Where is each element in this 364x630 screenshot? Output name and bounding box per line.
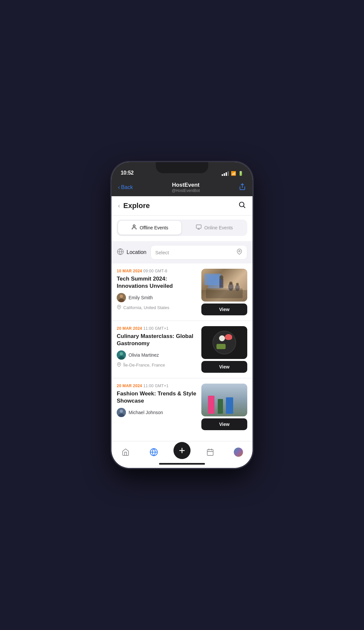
event-host-1: Emily Smith <box>117 293 197 302</box>
tab-calendar[interactable] <box>200 448 220 457</box>
explore-left: ‹ Explore <box>118 201 150 210</box>
event-host-3: Michael Johnson <box>117 408 197 417</box>
home-icon <box>121 448 130 457</box>
explore-header: ‹ Explore <box>111 196 253 216</box>
online-tab-label: Online Events <box>204 225 233 230</box>
battery-icon: 🔋 <box>238 171 243 176</box>
back-button[interactable]: ‹ Back <box>118 184 133 190</box>
location-filter: Location Select <box>111 241 253 263</box>
event-title-2: Culinary Masterclass: Global Gastronomy <box>117 333 197 347</box>
tech-summit-image <box>201 269 247 302</box>
tab-home[interactable] <box>116 448 135 457</box>
event-card-culinary: 20 MAR 2024 11:00 GMT+1 Culinary Masterc… <box>111 321 253 378</box>
explore-icon <box>149 448 158 457</box>
svg-line-2 <box>244 206 245 208</box>
events-list: 10 MAR 2024 09:00 GMT-8 Tech Summit 2024… <box>111 263 253 441</box>
svg-point-25 <box>118 364 120 365</box>
location-label: Location <box>127 249 147 255</box>
globe-icon <box>117 248 124 257</box>
host-name-1: Emily Smith <box>129 295 153 300</box>
view-button-1[interactable]: View <box>201 304 247 315</box>
svg-rect-20 <box>219 279 223 288</box>
event-image-2 <box>201 326 247 359</box>
svg-point-17 <box>229 282 233 285</box>
svg-point-27 <box>120 410 123 413</box>
online-events-tab[interactable]: Online Events <box>183 221 246 235</box>
tab-profile[interactable] <box>229 448 248 457</box>
nav-center: HostEvent @HostEventBot <box>172 182 200 193</box>
event-media-2: View <box>201 326 247 373</box>
svg-point-13 <box>118 306 120 307</box>
view-button-2[interactable]: View <box>201 361 247 373</box>
profile-avatar <box>234 448 243 457</box>
host-name-3: Michael Johnson <box>129 410 163 415</box>
search-icon[interactable] <box>238 201 246 211</box>
explore-back-icon[interactable]: ‹ <box>118 202 120 209</box>
svg-point-9 <box>239 250 240 252</box>
view-button-3[interactable]: View <box>201 418 247 430</box>
event-image-1 <box>201 269 247 302</box>
location-pin-icon <box>236 249 242 256</box>
event-media-1: View <box>201 269 247 315</box>
location-select-text: Select <box>155 250 169 255</box>
event-date-1: 10 MAR 2024 09:00 GMT-8 <box>117 269 197 273</box>
event-date-2: 20 MAR 2024 11:00 GMT+1 <box>117 326 197 331</box>
status-time: 10:52 <box>121 170 133 176</box>
svg-point-21 <box>219 275 223 279</box>
back-label: Back <box>121 184 133 190</box>
svg-rect-14 <box>201 290 247 302</box>
add-button[interactable] <box>173 442 191 459</box>
screen: 10:52 📶 🔋 ‹ Back HostEvent @HostEvent <box>111 162 253 468</box>
status-icons: 📶 🔋 <box>222 171 243 176</box>
explore-title: Explore <box>123 201 150 210</box>
nav-bar: ‹ Back HostEvent @HostEventBot <box>111 178 253 196</box>
monitor-icon <box>196 224 202 231</box>
svg-point-19 <box>236 283 239 285</box>
host-avatar-2 <box>117 350 126 360</box>
event-date-3: 20 MAR 2024 11:00 GMT+1 <box>117 384 197 388</box>
wifi-icon: 📶 <box>231 171 236 176</box>
offline-tab-label: Offline Events <box>140 225 168 230</box>
svg-rect-15 <box>205 274 221 285</box>
person-icon <box>131 224 137 231</box>
signal-icon <box>222 171 229 176</box>
svg-point-11 <box>120 295 123 298</box>
home-indicator <box>159 463 205 465</box>
event-type-toggle: Offline Events Online Events <box>111 216 253 241</box>
phone-frame: 10:52 📶 🔋 ‹ Back HostEvent @HostEvent <box>111 162 253 468</box>
event-host-2: Olivia Martinez <box>117 350 197 360</box>
event-location-1: California, United States <box>117 305 197 310</box>
event-title-1: Tech Summit 2024: Innovations Unveiled <box>117 275 197 290</box>
event-location-text-2: Île-De-France, France <box>123 363 165 368</box>
tab-explore[interactable] <box>144 448 164 457</box>
plate <box>212 331 236 354</box>
svg-rect-4 <box>196 225 201 228</box>
share-button[interactable] <box>239 183 246 192</box>
fashion-image <box>201 384 247 416</box>
calendar-icon <box>206 448 215 457</box>
content-area: ‹ Explore <box>111 196 253 441</box>
location-pin-icon-2 <box>117 362 121 368</box>
location-select[interactable]: Select <box>151 245 248 260</box>
svg-point-3 <box>133 225 135 227</box>
toggle-tabs: Offline Events Online Events <box>117 220 247 236</box>
event-title-3: Fashion Week: Trends & Style Showcase <box>117 390 197 405</box>
event-card-tech-summit: 10 MAR 2024 09:00 GMT-8 Tech Summit 2024… <box>111 263 253 321</box>
culinary-image <box>201 326 247 359</box>
event-card-fashion: 20 MAR 2024 11:00 GMT+1 Fashion Week: Tr… <box>111 378 253 435</box>
location-left: Location <box>117 248 147 257</box>
user-avatar <box>234 448 243 457</box>
chevron-left-icon: ‹ <box>118 184 120 190</box>
tab-add[interactable] <box>172 445 192 459</box>
event-info-2: 20 MAR 2024 11:00 GMT+1 Culinary Masterc… <box>117 326 197 373</box>
host-name-2: Olivia Martinez <box>129 352 159 358</box>
nav-subtitle: @HostEventBot <box>172 188 200 193</box>
offline-events-tab[interactable]: Offline Events <box>118 221 181 235</box>
host-avatar-3 <box>117 408 126 417</box>
location-pin-icon-1 <box>117 305 121 310</box>
event-location-text-1: California, United States <box>123 305 169 310</box>
svg-rect-33 <box>207 450 213 455</box>
event-image-3 <box>201 384 247 416</box>
host-avatar-1 <box>117 293 126 302</box>
event-info-1: 10 MAR 2024 09:00 GMT-8 Tech Summit 2024… <box>117 269 197 315</box>
